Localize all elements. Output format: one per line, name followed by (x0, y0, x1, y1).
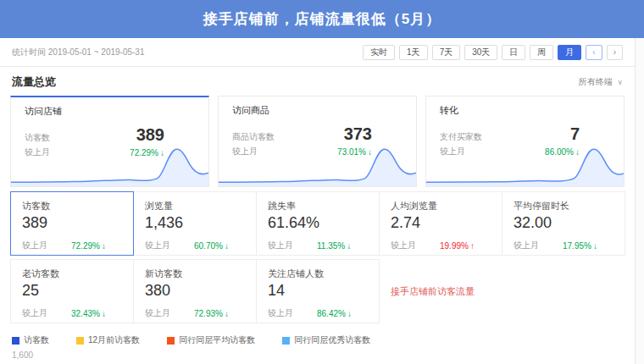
card-compare-label: 较上月 (440, 146, 465, 157)
card-visit-shop[interactable]: 访问店铺 访客数 389 较上月 72.29%↓ (10, 96, 209, 187)
date-range-display: 统计时间 2019-05-01 ~ 2019-05-31 (12, 47, 144, 58)
tile-views-per-visitor[interactable]: 人均浏览量 2.74 较上月 19.99%↑ (379, 191, 502, 256)
card-metric-value: 7 (570, 124, 580, 144)
tile-change-value: 72.93%↓ (194, 309, 229, 318)
legend-item-peer-excellent[interactable]: 同行同层优秀访客数 (282, 334, 370, 346)
trend-down-arrow-icon: ↓ (102, 241, 106, 251)
card-title: 访问店铺 (25, 105, 195, 118)
tile-value: 2.74 (391, 214, 491, 232)
period-button-group: 实时 1天 7天 30天 日 周 月 ‹ › (363, 45, 623, 60)
device-filter-dropdown[interactable]: 所有终端 ∨ (579, 76, 623, 88)
tile-new-visitors[interactable]: 新访客数 380 较上月 72.93%↓ (133, 259, 257, 323)
chevron-right-icon: › (613, 47, 616, 57)
section-title: 流量总览 (12, 74, 56, 90)
tile-label: 人均浏览量 (391, 200, 491, 212)
tile-label: 新访客数 (145, 267, 245, 280)
tile-bounce-rate[interactable]: 跳失率 61.64% 较上月 11.35%↓ (256, 191, 380, 256)
legend-item-peer-average[interactable]: 同行同层平均访客数 (167, 334, 255, 346)
toolbar: 统计时间 2019-05-01 ~ 2019-05-31 实时 1天 7天 30… (0, 38, 635, 67)
card-metric-label: 支付买家数 (440, 131, 482, 143)
bottom-chart-legend: 访客数 12月前访客数 同行同层平均访客数 同行同层优秀访客数 (12, 334, 623, 346)
legend-label: 同行同层平均访客数 (179, 334, 255, 346)
date-range-label: 统计时间 (12, 47, 46, 57)
device-filter-label: 所有终端 (579, 77, 613, 86)
card-change-value: 72.29%↓ (130, 148, 164, 157)
tile-returning-visitors[interactable]: 老访客数 25 较上月 32.43%↓ (10, 259, 134, 323)
legend-swatch-orange (167, 337, 175, 345)
tile-label: 平均停留时长 (514, 200, 613, 212)
tile-visitors[interactable]: 访客数 389 较上月 72.29%↓ (10, 191, 134, 256)
date-range-value: 2019-05-01 ~ 2019-05-31 (48, 47, 145, 57)
period-button-1day[interactable]: 1天 (399, 45, 428, 60)
tile-avg-stay-time[interactable]: 平均停留时长 32.00 较上月 17.95%↓ (502, 191, 625, 256)
legend-swatch-lightblue (282, 337, 290, 345)
tile-compare-label: 较上月 (391, 240, 416, 251)
header-banner: 接手店铺前，店铺流量很低（5月） (0, 0, 644, 38)
trend-down-arrow-icon: ↓ (575, 147, 580, 157)
tile-label: 关注店铺人数 (268, 267, 368, 280)
tile-label: 访客数 (22, 200, 122, 212)
trend-down-arrow-icon: ↓ (160, 148, 164, 157)
trend-down-arrow-icon: ↓ (368, 147, 372, 157)
tile-compare-label: 较上月 (514, 240, 539, 251)
banner-title: 接手店铺前，店铺流量很低（5月） (203, 9, 441, 29)
tile-change-value: 19.99%↑ (440, 241, 475, 251)
card-compare-label: 较上月 (25, 146, 50, 158)
tile-label: 跳失率 (268, 200, 368, 212)
metric-tiles-grid: 访客数 389 较上月 72.29%↓ 浏览量 1,436 较上月 60.70%… (10, 191, 625, 323)
legend-item-visitors-12mo[interactable]: 12月前访客数 (76, 334, 140, 346)
trend-down-arrow-icon: ↓ (102, 309, 106, 318)
legend-label: 同行同层优秀访客数 (294, 334, 370, 346)
trend-down-arrow-icon: ↓ (225, 309, 229, 318)
tile-compare-label: 较上月 (268, 240, 293, 251)
card-metric-value: 389 (136, 125, 164, 145)
legend-item-visitors[interactable]: 访客数 (12, 334, 49, 346)
period-button-day[interactable]: 日 (502, 45, 525, 60)
dashboard-page: 统计时间 2019-05-01 ~ 2019-05-31 实时 1天 7天 30… (0, 38, 636, 364)
card-change-value: 73.01%↓ (337, 147, 372, 157)
tile-value: 380 (145, 282, 245, 300)
tile-change-value: 86.42%↓ (317, 309, 352, 318)
tile-change-value: 72.29%↓ (71, 241, 106, 251)
tile-value: 25 (22, 282, 122, 300)
tile-shop-followers[interactable]: 关注店铺人数 14 较上月 86.42%↓ (256, 259, 380, 323)
tile-label: 浏览量 (145, 200, 245, 212)
tile-change-value: 32.43%↓ (71, 309, 106, 318)
period-button-realtime[interactable]: 实时 (363, 45, 395, 60)
tile-compare-label: 较上月 (268, 307, 293, 319)
card-compare-label: 较上月 (232, 146, 258, 157)
card-change-value: 86.00%↓ (545, 147, 580, 157)
annotation-cell: 接手店铺前访客流量 (379, 259, 625, 323)
trend-down-arrow-icon: ↓ (225, 241, 229, 251)
chevron-down-icon: ∨ (617, 78, 623, 86)
card-metric-label: 商品访客数 (232, 131, 275, 143)
tile-change-value: 17.95%↓ (563, 241, 597, 251)
trend-down-arrow-icon: ↓ (593, 241, 597, 251)
period-button-7day[interactable]: 7天 (432, 45, 461, 60)
tile-change-value: 11.35%↓ (317, 241, 351, 251)
legend-swatch-yellow (76, 337, 84, 345)
period-button-month[interactable]: 月 (558, 45, 581, 60)
legend-label: 12月前访客数 (88, 334, 140, 346)
card-title: 访问商品 (232, 104, 402, 117)
tile-label: 老访客数 (22, 267, 122, 280)
period-button-30day[interactable]: 30天 (464, 45, 497, 60)
tile-pageviews[interactable]: 浏览量 1,436 较上月 60.70%↓ (133, 191, 257, 256)
card-conversion[interactable]: 转化 支付买家数 7 较上月 86.00%↓ (425, 96, 625, 187)
trend-down-arrow-icon: ↓ (347, 241, 351, 251)
y-axis-tick-label: 1,600 (12, 350, 623, 360)
next-period-button[interactable]: › (607, 45, 623, 60)
period-button-week[interactable]: 周 (530, 45, 553, 60)
tile-compare-label: 较上月 (145, 240, 170, 251)
tile-value: 32.00 (514, 214, 613, 232)
tile-compare-label: 较上月 (22, 307, 47, 319)
card-title: 转化 (440, 104, 610, 117)
card-metric-value: 373 (344, 124, 372, 144)
tile-value: 61.64% (268, 214, 368, 232)
tile-value: 1,436 (145, 214, 245, 232)
legend-label: 访客数 (24, 334, 49, 346)
tile-compare-label: 较上月 (145, 307, 170, 319)
prev-period-button[interactable]: ‹ (586, 45, 602, 60)
tile-change-value: 60.70%↓ (194, 241, 229, 251)
card-visit-product[interactable]: 访问商品 商品访客数 373 较上月 73.01%↓ (218, 96, 417, 187)
